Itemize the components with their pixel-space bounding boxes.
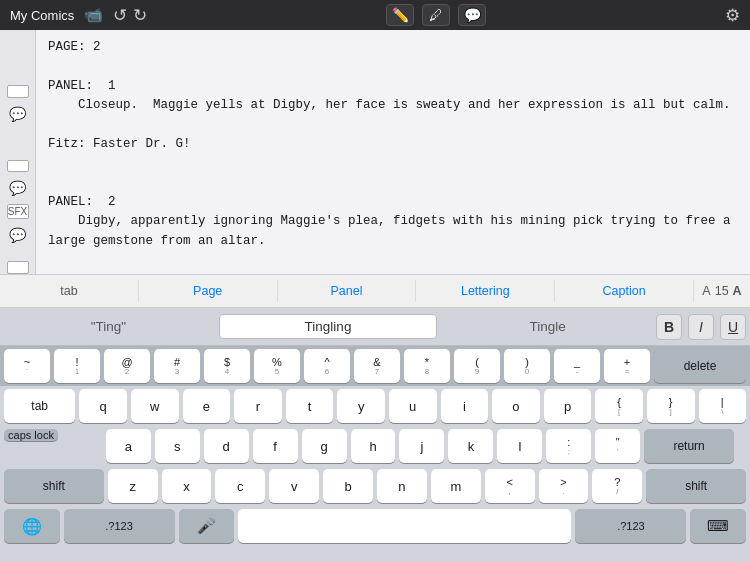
quote-key[interactable]: "' bbox=[595, 429, 640, 463]
italic-button[interactable]: I bbox=[688, 314, 714, 340]
panel-1-bubble-icon[interactable]: 💬 bbox=[7, 106, 29, 122]
rbrace-key[interactable]: }] bbox=[647, 389, 695, 423]
format-toolbar: tab Page Panel Lettering Caption A 15 A bbox=[0, 274, 750, 308]
caption-item[interactable]: Caption bbox=[555, 280, 694, 302]
j-key[interactable]: j bbox=[399, 429, 444, 463]
number-symbol-row: ~` !1 @2 #3 $4 %5 ^6 &7 *8 (9 )0 _- += d… bbox=[0, 346, 750, 386]
pencil-tool-button[interactable]: ✏️ bbox=[386, 4, 414, 26]
pipe-key[interactable]: |\ bbox=[699, 389, 747, 423]
bubble-tool-button[interactable]: 💬 bbox=[458, 4, 486, 26]
m-key[interactable]: m bbox=[431, 469, 481, 503]
p-key[interactable]: p bbox=[544, 389, 592, 423]
font-size-small-a[interactable]: A bbox=[702, 284, 710, 298]
asdf-row: caps lock a s d f g h j k l :; "' return bbox=[0, 426, 750, 466]
e-key[interactable]: e bbox=[183, 389, 231, 423]
lettering-item[interactable]: Lettering bbox=[416, 280, 555, 302]
w-key[interactable]: w bbox=[131, 389, 179, 423]
globe-key[interactable]: 🌐 bbox=[4, 509, 60, 543]
panel-3-icon[interactable] bbox=[7, 261, 29, 274]
o-key[interactable]: o bbox=[492, 389, 540, 423]
editor-area: 💬 💬 SFX 💬 PAGE: 2 PANEL: 1 Closeup. Magg… bbox=[0, 30, 750, 274]
y-key[interactable]: y bbox=[337, 389, 385, 423]
keyboard-hide-key[interactable]: ⌨ bbox=[690, 509, 746, 543]
lbrace-key[interactable]: {[ bbox=[595, 389, 643, 423]
n-key[interactable]: n bbox=[377, 469, 427, 503]
bold-button[interactable]: B bbox=[656, 314, 682, 340]
exclaim-key[interactable]: !1 bbox=[54, 349, 100, 383]
undo-button[interactable]: ↺ bbox=[113, 5, 127, 26]
k-key[interactable]: k bbox=[448, 429, 493, 463]
redo-button[interactable]: ↻ bbox=[133, 5, 147, 26]
panel-2-icon[interactable] bbox=[7, 160, 29, 173]
caret-key[interactable]: ^6 bbox=[304, 349, 350, 383]
return-key[interactable]: return bbox=[644, 429, 734, 463]
num-right-key[interactable]: .?123 bbox=[575, 509, 686, 543]
lt-key[interactable]: <, bbox=[485, 469, 535, 503]
caps-lock-key[interactable]: caps lock bbox=[4, 429, 58, 441]
i-key[interactable]: i bbox=[441, 389, 489, 423]
x-key[interactable]: x bbox=[162, 469, 212, 503]
page-item[interactable]: Page bbox=[139, 280, 278, 302]
mic-key[interactable]: 🎤 bbox=[179, 509, 235, 543]
d-key[interactable]: d bbox=[204, 429, 249, 463]
underline-button[interactable]: U bbox=[720, 314, 746, 340]
r-key[interactable]: r bbox=[234, 389, 282, 423]
panel-item[interactable]: Panel bbox=[278, 280, 417, 302]
c-key[interactable]: c bbox=[215, 469, 265, 503]
s-key[interactable]: s bbox=[155, 429, 200, 463]
zxcv-row: shift z x c v b n m <, >. ?/ shift bbox=[0, 466, 750, 506]
tab-key[interactable]: tab bbox=[4, 389, 75, 423]
z-key[interactable]: z bbox=[108, 469, 158, 503]
suggestions-biu-area: "Ting" Tingling Tingle B I U bbox=[0, 308, 750, 346]
l-key[interactable]: l bbox=[497, 429, 542, 463]
gear-icon[interactable]: ⚙ bbox=[725, 5, 740, 26]
topbar-tools: ✏️ 🖊 💬 bbox=[386, 4, 486, 26]
qwerty-row: tab q w e r t y u i o p {[ }] |\ bbox=[0, 386, 750, 426]
ampersand-key[interactable]: &7 bbox=[354, 349, 400, 383]
percent-key[interactable]: %5 bbox=[254, 349, 300, 383]
autocomplete-left[interactable]: "Ting" bbox=[0, 315, 217, 338]
tilde-key[interactable]: ~` bbox=[4, 349, 50, 383]
left-shift-key[interactable]: shift bbox=[4, 469, 104, 503]
autocomplete-right[interactable]: Tingle bbox=[439, 315, 656, 338]
num-left-key[interactable]: .?123 bbox=[64, 509, 175, 543]
font-size-big-a[interactable]: A bbox=[733, 284, 742, 298]
t-key[interactable]: t bbox=[286, 389, 334, 423]
u-key[interactable]: u bbox=[389, 389, 437, 423]
b-key[interactable]: b bbox=[323, 469, 373, 503]
question-key[interactable]: ?/ bbox=[592, 469, 642, 503]
bottom-row: 🌐 .?123 🎤 .?123 ⌨ bbox=[0, 506, 750, 546]
plus-key[interactable]: += bbox=[604, 349, 650, 383]
h-key[interactable]: h bbox=[351, 429, 396, 463]
tab-item[interactable]: tab bbox=[0, 280, 139, 302]
panel-2-fitz-bubble-icon[interactable]: 💬 bbox=[7, 227, 29, 243]
delete-key[interactable]: delete bbox=[654, 349, 746, 383]
space-key[interactable] bbox=[238, 509, 571, 543]
underscore-key[interactable]: _- bbox=[554, 349, 600, 383]
font-size-box: A 15 A bbox=[694, 284, 750, 298]
rparen-key[interactable]: )0 bbox=[504, 349, 550, 383]
keyboard: ~` !1 @2 #3 $4 %5 ^6 &7 *8 (9 )0 _- += d… bbox=[0, 346, 750, 546]
a-key[interactable]: a bbox=[106, 429, 151, 463]
panel-2-bubble-icon[interactable]: 💬 bbox=[7, 180, 29, 196]
g-key[interactable]: g bbox=[302, 429, 347, 463]
app-title: My Comics bbox=[10, 8, 74, 23]
hash-key[interactable]: #3 bbox=[154, 349, 200, 383]
asterisk-key[interactable]: *8 bbox=[404, 349, 450, 383]
editor-content[interactable]: PAGE: 2 PANEL: 1 Closeup. Maggie yells a… bbox=[36, 30, 750, 274]
q-key[interactable]: q bbox=[79, 389, 127, 423]
topbar-left: My Comics 📹 ↺ ↻ bbox=[10, 5, 147, 26]
sfx-icon[interactable]: SFX bbox=[7, 204, 29, 219]
at-key[interactable]: @2 bbox=[104, 349, 150, 383]
right-shift-key[interactable]: shift bbox=[646, 469, 746, 503]
dollar-key[interactable]: $4 bbox=[204, 349, 250, 383]
video-icon[interactable]: 📹 bbox=[84, 6, 103, 24]
f-key[interactable]: f bbox=[253, 429, 298, 463]
lparen-key[interactable]: (9 bbox=[454, 349, 500, 383]
panel-1-icon[interactable] bbox=[7, 85, 29, 98]
autocomplete-center[interactable]: Tingling bbox=[219, 314, 438, 339]
gt-key[interactable]: >. bbox=[539, 469, 589, 503]
pen-tool-button[interactable]: 🖊 bbox=[422, 4, 450, 26]
colon-key[interactable]: :; bbox=[546, 429, 591, 463]
v-key[interactable]: v bbox=[269, 469, 319, 503]
